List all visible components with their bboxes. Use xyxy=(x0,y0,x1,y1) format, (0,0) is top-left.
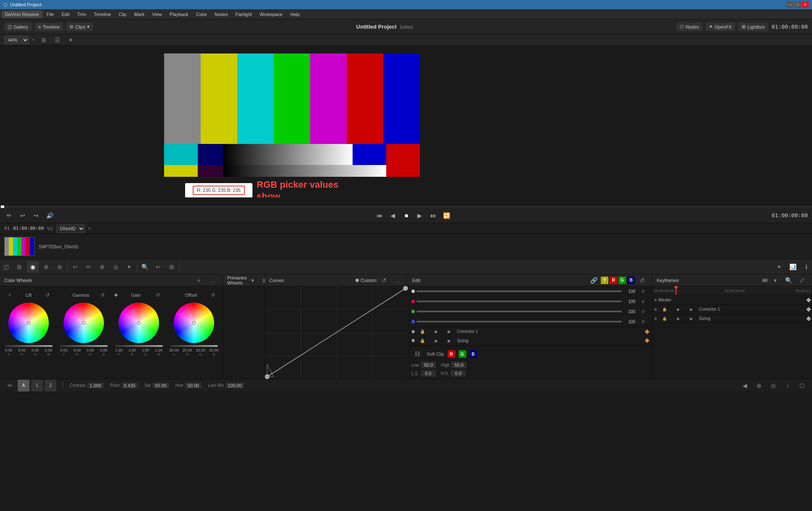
undo-button[interactable]: ↩ xyxy=(18,210,28,221)
audio-button[interactable]: 🔊 xyxy=(45,210,55,221)
menu-workspace[interactable]: Workspace xyxy=(256,11,286,18)
loop-button[interactable]: 🔁 xyxy=(442,210,452,221)
lum-mix-value[interactable]: 100.00 xyxy=(226,383,244,389)
draw-tool-button[interactable]: ✏ xyxy=(4,210,14,221)
color-tool-12[interactable]: ↩ xyxy=(152,261,164,273)
gain-wheel[interactable] xyxy=(119,303,159,343)
slider-track-4[interactable] xyxy=(417,321,622,322)
go-to-start-button[interactable]: ⏮ xyxy=(374,210,385,221)
color-tool-graph[interactable]: 📊 xyxy=(787,261,799,273)
slider-track-2[interactable] xyxy=(417,301,622,302)
mode-a[interactable]: A xyxy=(18,380,29,391)
slider-track-1[interactable] xyxy=(417,290,622,292)
title-bar-controls[interactable]: ─ □ ✕ xyxy=(787,1,809,8)
lift-add-icon[interactable]: + xyxy=(4,289,16,301)
menu-clip[interactable]: Clip xyxy=(115,11,130,18)
gain-reset-icon[interactable]: ↺ xyxy=(152,289,164,301)
kf-track-2-arrow[interactable]: ▶ xyxy=(685,313,697,325)
track-expand-2[interactable]: 🔒 xyxy=(417,335,428,346)
minimize-button[interactable]: ─ xyxy=(787,1,793,8)
keyframes-zoom[interactable]: 🔍 xyxy=(783,274,794,286)
soft-clip-low-value[interactable]: 50.0 xyxy=(421,362,436,368)
format-select[interactable]: DNxHD xyxy=(56,224,85,233)
curves-reset[interactable]: ↺ xyxy=(378,274,390,286)
go-to-end-button[interactable]: ⏭ xyxy=(428,210,438,221)
menu-davinci[interactable]: DaVinci Resolve xyxy=(2,11,42,18)
primaries-dropdown-icon[interactable]: ▾ xyxy=(247,274,258,286)
menu-edit[interactable]: Edit xyxy=(58,11,73,18)
soft-clip-hs-value[interactable]: 0.0 xyxy=(451,370,466,377)
nodes-button[interactable]: ⬡ Nodes xyxy=(677,22,703,31)
soft-clip-link[interactable]: ⛓ xyxy=(411,348,423,360)
edit-link[interactable]: 🔗 xyxy=(588,274,600,286)
viewer-scrubber[interactable] xyxy=(0,205,812,208)
slider-track-3[interactable] xyxy=(417,311,622,312)
cw-menu[interactable]: … xyxy=(207,274,218,286)
tag-g-button[interactable]: G xyxy=(618,277,626,284)
tag-y-button[interactable]: Y xyxy=(601,277,608,284)
openfx-button[interactable]: ✦ OpenFX xyxy=(706,22,735,31)
color-tool-info[interactable]: ℹ xyxy=(800,261,812,273)
list-view-button[interactable]: ☰ xyxy=(51,34,63,46)
cw-add[interactable]: + xyxy=(193,274,205,286)
menu-trim[interactable]: Trim xyxy=(74,11,90,18)
track-node-2[interactable]: ◆ xyxy=(430,335,442,346)
menu-view[interactable]: View xyxy=(149,11,165,18)
play-button[interactable]: ▶ xyxy=(415,210,425,221)
gamma-slider[interactable] xyxy=(60,345,107,347)
keyframes-dropdown-icon[interactable]: ▾ xyxy=(769,274,781,286)
soft-clip-g[interactable]: G xyxy=(459,350,466,358)
bottom-icon-nav-1[interactable]: ◀ xyxy=(739,380,751,391)
zoom-select[interactable]: 44%50%75%100% xyxy=(4,36,29,44)
lightbox-button[interactable]: ⊞ Lightbox xyxy=(738,22,768,31)
soft-clip-b[interactable]: B xyxy=(470,350,477,358)
scrubber-playhead[interactable] xyxy=(1,205,4,208)
gain-slider[interactable] xyxy=(115,345,162,347)
pivot-value[interactable]: 0.435 xyxy=(121,383,138,389)
mode-1[interactable]: 1 xyxy=(31,380,43,391)
color-tool-11[interactable]: 🔍 xyxy=(139,261,151,273)
bottom-icon-nav-3[interactable]: ◎ xyxy=(767,380,779,391)
menu-nodes[interactable]: Nodes xyxy=(211,11,231,18)
grid-view-button[interactable]: ⊞ xyxy=(38,34,50,46)
menu-mark[interactable]: Mark xyxy=(131,11,148,18)
curves-svg[interactable] xyxy=(265,286,408,379)
color-tool-5[interactable]: ⊛ xyxy=(54,261,66,273)
bottom-icon-nav-2[interactable]: ⊕ xyxy=(753,380,765,391)
soft-clip-r[interactable]: R xyxy=(448,350,455,358)
lift-slider[interactable] xyxy=(5,345,52,347)
tag-b-button[interactable]: B xyxy=(627,277,635,284)
curves-menu[interactable]: … xyxy=(392,274,403,286)
kf-track-2-node[interactable]: ◆ xyxy=(672,313,684,325)
soft-clip-high-value[interactable]: 50.0 xyxy=(451,362,467,368)
settings-view-button[interactable]: ✦ xyxy=(65,34,77,46)
timeline-button[interactable]: ≡ Timeline xyxy=(35,23,64,31)
soft-clip-ls-value[interactable]: 0.0 xyxy=(421,370,436,377)
mode-2[interactable]: 2 xyxy=(45,380,56,391)
sat-value[interactable]: 50.00 xyxy=(152,383,169,389)
lift-wheel[interactable] xyxy=(8,303,49,343)
contrast-value[interactable]: 1.000 xyxy=(87,383,104,389)
color-tool-7[interactable]: ✏ xyxy=(83,261,95,273)
color-tool-4[interactable]: ⊕ xyxy=(40,261,52,273)
bottom-icon-nav-4[interactable]: ♪ xyxy=(782,380,793,391)
offset-wheel[interactable] xyxy=(174,303,214,343)
color-tool-3[interactable]: ◉ xyxy=(27,261,39,273)
color-tool-10[interactable]: ✦ xyxy=(123,261,135,273)
menu-help[interactable]: Help xyxy=(287,11,303,18)
color-tool-13[interactable]: ⊞ xyxy=(166,261,178,273)
curves-body[interactable] xyxy=(265,286,408,379)
offset-reset-icon[interactable]: ↺ xyxy=(207,289,219,301)
bottom-icon-nav-5[interactable]: ⬡ xyxy=(796,380,808,391)
prev-frame-button[interactable]: ◀ xyxy=(388,210,398,221)
close-button[interactable]: ✕ xyxy=(802,1,809,8)
lift-reset-icon[interactable]: ↺ xyxy=(42,289,53,301)
menu-file[interactable]: File xyxy=(43,11,58,18)
menu-timeline[interactable]: Timeline xyxy=(90,11,114,18)
slider-reset-4[interactable]: ↺ xyxy=(637,316,649,327)
stop-button[interactable]: ■ xyxy=(401,210,411,221)
gallery-button[interactable]: ◫ Gallery xyxy=(4,22,32,31)
offset-slider[interactable] xyxy=(170,345,218,347)
track-arrow-2[interactable]: ▶ xyxy=(443,335,455,346)
edit-reset[interactable]: ↺ xyxy=(636,274,648,286)
